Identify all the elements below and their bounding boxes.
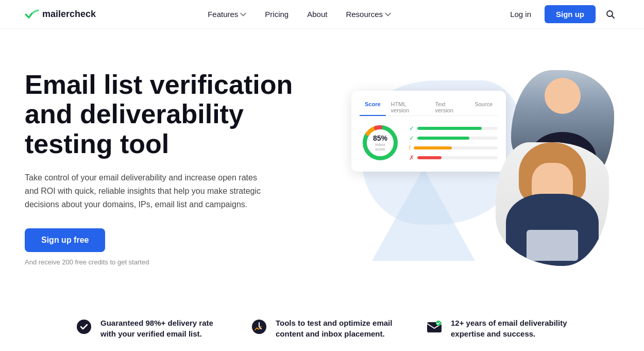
logo-text: mailercheck <box>42 9 96 20</box>
check-shield-icon <box>75 317 93 336</box>
hero-subtext: And receive 200 free credits to get star… <box>25 258 303 266</box>
hero-title: Email list verification and deliverabili… <box>25 70 303 159</box>
signup-nav-button[interactable]: Sign up <box>545 5 596 23</box>
svg-point-0 <box>607 11 613 16</box>
score-circle: 85% Inbox score <box>360 122 401 163</box>
login-button[interactable]: Log in <box>503 6 538 23</box>
dash-row-3: ! <box>409 144 498 152</box>
logo[interactable]: mailercheck <box>25 9 96 20</box>
feature-item-2: Tools to test and optimize email content… <box>250 317 394 339</box>
dash-tab-score[interactable]: Score <box>360 99 386 116</box>
feature-item-3: 12+ years of email deliverability expert… <box>425 317 569 339</box>
svg-point-5 <box>77 320 91 334</box>
signup-hero-button[interactable]: Sign up free <box>25 228 105 252</box>
feature-text-3: 12+ years of email deliverability expert… <box>451 317 569 339</box>
nav-about[interactable]: About <box>300 6 334 23</box>
nav-resources[interactable]: Resources <box>338 6 398 23</box>
feature-text-1: Guaranteed 98%+ delivery rate with your … <box>100 317 219 339</box>
score-text: 85% Inbox score <box>370 134 391 152</box>
dash-tab-source[interactable]: Source <box>469 99 498 115</box>
dashboard-content: 85% Inbox score ✓ ✓ <box>360 122 498 163</box>
dash-row-2: ✓ <box>409 135 498 142</box>
feature-text-2: Tools to test and optimize email content… <box>276 317 394 339</box>
search-icon <box>606 10 615 19</box>
nav-features[interactable]: Features <box>200 6 253 23</box>
features-section: Guaranteed 98%+ delivery rate with your … <box>0 297 644 351</box>
clock-chart-icon <box>250 317 268 336</box>
hero-visual: Score HTML version Text version Source <box>351 70 619 266</box>
laptop-prop <box>527 230 578 261</box>
dash-tab-text[interactable]: Text version <box>430 99 469 115</box>
dash-row-1: ✓ <box>409 125 498 132</box>
dashboard-tabs: Score HTML version Text version Source <box>360 99 498 116</box>
dash-row-4: ✗ <box>409 154 498 161</box>
logo-icon <box>25 9 39 20</box>
navbar: mailercheck Features Pricing About Resou… <box>0 0 644 29</box>
nav-links: Features Pricing About Resources <box>200 6 398 23</box>
dashboard-rows: ✓ ✓ ! ✗ <box>409 125 498 161</box>
email-badge-icon <box>425 317 444 336</box>
dashboard-card: Score HTML version Text version Source <box>351 91 506 172</box>
hero-section: Email list verification and deliverabili… <box>0 29 644 297</box>
person-woman-photo <box>496 142 609 266</box>
hero-description: Take control of your email deliverabilit… <box>25 171 262 212</box>
search-button[interactable] <box>602 6 619 23</box>
feature-item-1: Guaranteed 98%+ delivery rate with your … <box>75 317 219 339</box>
hero-right: Score HTML version Text version Source <box>303 70 619 266</box>
nav-pricing[interactable]: Pricing <box>258 6 296 23</box>
nav-right: Log in Sign up <box>503 5 619 23</box>
hero-left: Email list verification and deliverabili… <box>25 70 303 266</box>
dash-tab-html[interactable]: HTML version <box>386 99 430 115</box>
